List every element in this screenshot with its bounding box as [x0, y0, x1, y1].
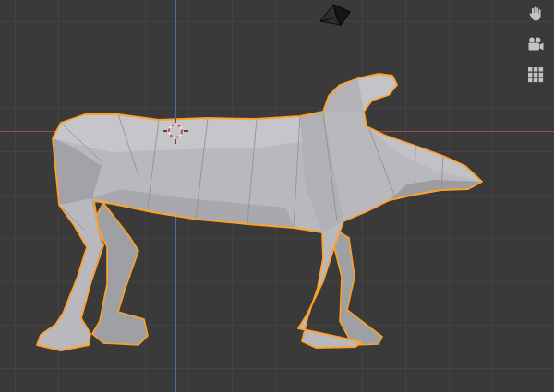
camera-view-icon[interactable]	[523, 32, 548, 56]
grid-view-icon[interactable]	[523, 63, 548, 87]
camera-object-wireframe[interactable]	[320, 5, 350, 25]
viewport-3d[interactable]	[0, 0, 554, 392]
viewport-nav-controls	[523, 2, 550, 87]
scene-canvas[interactable]	[0, 0, 554, 392]
pan-hand-icon[interactable]	[523, 2, 548, 26]
